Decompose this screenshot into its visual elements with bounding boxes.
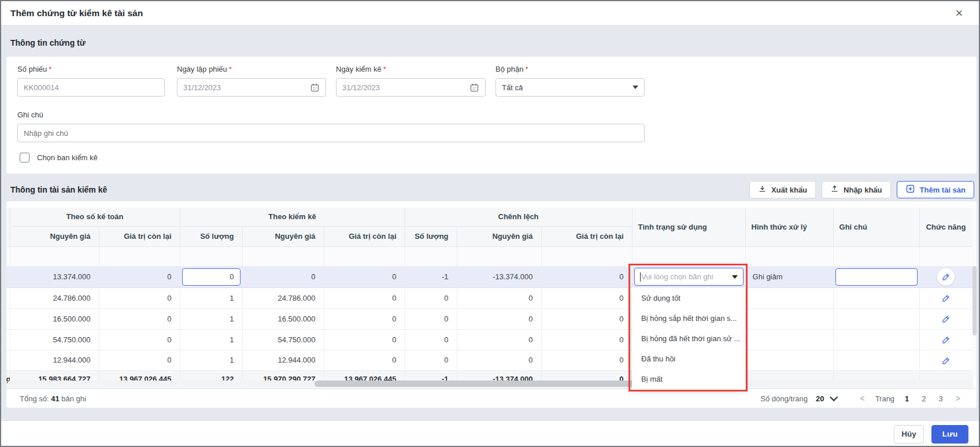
document-info-card: Số phiếu* Ngày lập phiếu* Ngày: [6, 57, 977, 173]
edit-icon[interactable]: [937, 310, 955, 327]
section-title-assets: Thông tin tài sản kiểm kê: [10, 185, 107, 194]
download-icon: [758, 184, 767, 195]
so-phieu-input[interactable]: [24, 83, 158, 92]
chevron-down-icon: [732, 275, 738, 279]
edit-icon[interactable]: [937, 331, 955, 348]
ngay-lap-phieu-input[interactable]: [183, 83, 310, 92]
page-number-2[interactable]: 2: [919, 394, 928, 403]
col-header-usage-status: Tình trạng sử dụng: [632, 208, 745, 246]
rows-per-page-select[interactable]: 20: [816, 394, 835, 403]
table-row: 24.786.000 0 1 24.786.000 0 0 0 0: [6, 287, 972, 308]
horizontal-scrollbar: [8, 380, 971, 387]
assets-table: Theo số kế toán Theo kiểm kê Chênh lệch …: [6, 208, 973, 389]
table-row: 13.374.000 0 0 0 -1 -13.374.000 0 Vui lò…: [6, 266, 972, 287]
dropdown-option[interactable]: Bị hỏng đã hết thời gian sử ...: [632, 328, 745, 349]
chon-ban-kiem-ke-row: Chọn ban kiểm kê: [20, 153, 98, 162]
col-header-note: Ghi chú: [833, 208, 919, 246]
plus-square-icon: [905, 184, 915, 195]
group-header-accounting: Theo số kế toán: [10, 208, 180, 226]
bo-phan-select[interactable]: Tất cả: [495, 78, 645, 97]
row-note-input[interactable]: [835, 268, 918, 286]
table-row: 54.750.000 0 1 54.750.000 0 0 0 0: [6, 329, 972, 350]
assets-toolbar: Xuất khẩu Nhập khẩu Thêm tài sản: [749, 181, 974, 198]
page-label: Trang: [875, 394, 894, 403]
required-asterisk: *: [49, 65, 51, 73]
col-header-handling: Hình thức xử lý: [745, 208, 833, 246]
col-header-actions: Chức năng: [919, 208, 972, 246]
next-page-button[interactable]: >: [953, 394, 963, 403]
required-asterisk: *: [525, 65, 528, 73]
ngay-kiem-ke-field[interactable]: [336, 78, 486, 97]
ngay-kiem-ke-input[interactable]: [342, 83, 469, 92]
table-footer: Tổng số: 41 bản ghi Số dòng/trang 20 < T…: [6, 389, 977, 408]
dropdown-option[interactable]: Đã thu hồi: [632, 349, 745, 369]
ngay-lap-phieu-field[interactable]: [177, 78, 326, 97]
col-header-remaining-value: Giá trị còn lại: [541, 226, 632, 246]
inventory-quantity-input[interactable]: [182, 268, 241, 286]
ghi-chu-input[interactable]: [24, 129, 638, 138]
dropdown-option[interactable]: Bị hỏng sắp hết thời gian s...: [632, 308, 745, 328]
calendar-icon[interactable]: [310, 83, 320, 93]
edit-icon[interactable]: [937, 289, 955, 306]
col-header-original-cost: Nguyên giá: [10, 226, 99, 246]
import-button[interactable]: Nhập khẩu: [822, 181, 890, 198]
group-header-inventory: Theo kiểm kê: [180, 208, 405, 226]
modal-action-bar: Hủy Lưu: [1, 420, 979, 447]
page-number-1[interactable]: 1: [903, 394, 911, 403]
handling-value: Ghi giảm: [745, 266, 833, 287]
edit-icon[interactable]: [937, 268, 955, 286]
table-row-clipped: 12.944.000 0 1 12.944.000 0 0 0 0: [6, 350, 972, 370]
rows-per-page-label: Số dòng/trang: [760, 394, 808, 403]
save-button[interactable]: Lưu: [931, 425, 968, 444]
ghi-chu-field[interactable]: [17, 124, 645, 142]
bo-phan-label: Bộ phận: [495, 65, 523, 73]
export-button[interactable]: Xuất khẩu: [749, 181, 816, 198]
filter-row: [6, 246, 972, 266]
usage-status-placeholder: Vui lòng chọn bản ghi: [641, 272, 713, 281]
add-inventory-document-modal: Thêm chứng từ kiểm kê tài sản × Thông ti…: [0, 0, 980, 447]
add-asset-button[interactable]: Thêm tài sản: [897, 181, 974, 198]
required-asterisk: *: [383, 65, 386, 73]
col-header-remaining-value: Giá trị còn lại: [99, 226, 180, 246]
text-cursor: [640, 272, 641, 282]
col-header-quantity: Số lượng: [180, 226, 242, 246]
ngay-kiem-ke-label: Ngày kiểm kê: [336, 65, 382, 73]
required-asterisk: *: [229, 65, 232, 73]
so-phieu-label: Số phiếu: [17, 65, 47, 73]
edit-icon[interactable]: [937, 352, 955, 369]
vertical-scrollbar: [972, 208, 977, 379]
pagination: Số dòng/trang 20 < Trang 1 2 3 >: [760, 394, 963, 403]
calendar-icon[interactable]: [469, 83, 479, 93]
page-number-3[interactable]: 3: [937, 394, 945, 403]
usage-status-dropdown-panel: Sử dụng tốt Bị hỏng sắp hết thời gian s.…: [632, 287, 745, 390]
so-phieu-field[interactable]: [17, 78, 165, 97]
col-header-original-cost: Nguyên giá: [242, 226, 324, 246]
page-title: Thêm chứng từ kiểm kê tài sản: [10, 8, 143, 19]
bo-phan-value: Tất cả: [502, 83, 523, 92]
close-icon[interactable]: ×: [952, 6, 966, 20]
modal-titlebar: Thêm chứng từ kiểm kê tài sản ×: [1, 1, 979, 25]
cancel-button[interactable]: Hủy: [894, 425, 924, 444]
upload-icon: [830, 184, 839, 195]
dropdown-option[interactable]: Bị mất: [632, 369, 745, 389]
chevron-down-icon: [633, 86, 638, 89]
ghi-chu-label: Ghi chú: [17, 110, 645, 119]
col-header-original-cost: Nguyên giá: [457, 226, 541, 246]
col-header-quantity: Số lượng: [405, 226, 457, 246]
dropdown-option[interactable]: Sử dụng tốt: [632, 288, 745, 308]
chon-ban-kiem-ke-checkbox[interactable]: [20, 153, 29, 162]
record-count: Tổng số: 41 bản ghi: [20, 394, 86, 403]
chon-ban-kiem-ke-label: Chọn ban kiểm kê: [37, 153, 98, 162]
ngay-lap-phieu-label: Ngày lập phiếu: [177, 65, 227, 73]
usage-status-combobox[interactable]: Vui lòng chọn bản ghi: [634, 268, 744, 286]
chevron-down-icon: [830, 393, 838, 401]
vertical-scrollbar-thumb[interactable]: [972, 266, 977, 335]
section-title-document-info: Thông tin chứng từ: [10, 38, 86, 47]
assets-table-card: Theo số kế toán Theo kiểm kê Chênh lệch …: [6, 201, 977, 408]
prev-page-button[interactable]: <: [857, 394, 867, 403]
group-header-difference: Chênh lệch: [405, 208, 632, 226]
table-row: 16.500.000 0 1 16.500.000 0 0 0 0: [6, 308, 972, 329]
col-header-remaining-value: Giá trị còn lại: [324, 226, 405, 246]
